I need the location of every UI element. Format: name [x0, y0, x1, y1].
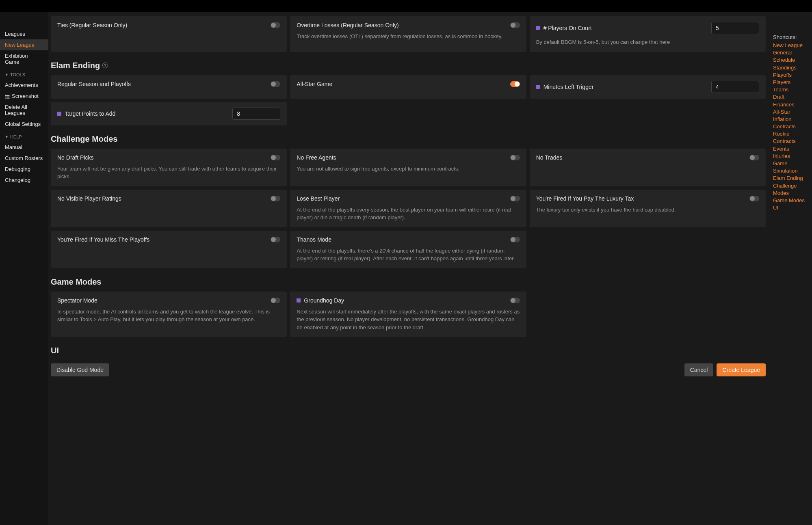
shortcut-link[interactable]: Players — [773, 79, 812, 86]
card-no-ratings: No Visible Player Ratings — [51, 190, 287, 227]
lose-best-toggle[interactable] — [510, 196, 520, 201]
players-on-court-input[interactable] — [711, 22, 759, 34]
shortcut-link[interactable]: Teams — [773, 86, 812, 93]
sidebar-item-new-league[interactable]: New League — [0, 39, 48, 50]
fired-lux-desc: The luxury tax only exists if you have t… — [536, 206, 759, 214]
target-points-label: Target Points to Add — [57, 110, 115, 117]
shortcuts-header: Shortcuts: — [773, 34, 812, 40]
ties-toggle[interactable] — [271, 22, 280, 28]
thanos-toggle[interactable] — [510, 237, 520, 242]
card-ties: Ties (Regular Season Only) — [51, 16, 287, 52]
shortcut-link[interactable]: Finances — [773, 101, 812, 108]
elam-regular-toggle[interactable] — [271, 81, 280, 87]
shortcut-link[interactable]: Events — [773, 145, 812, 153]
no-trades-toggle[interactable] — [749, 155, 759, 160]
shortcut-link[interactable]: Inflation — [773, 116, 812, 123]
create-league-button[interactable]: Create League — [717, 363, 766, 376]
groundhog-label: Groundhog Day — [297, 297, 344, 304]
shortcut-link[interactable]: Game Simulation — [773, 160, 812, 175]
spectator-toggle[interactable] — [271, 298, 280, 303]
otl-toggle[interactable] — [510, 22, 520, 28]
shortcut-link[interactable]: General — [773, 49, 812, 56]
players-on-court-desc: By default BBGM is 5-on-5, but you can c… — [536, 38, 759, 46]
thanos-desc: At the end of the playoffs, there's a 20… — [297, 247, 520, 263]
shortcut-link[interactable]: New League — [773, 42, 812, 49]
ties-label: Ties (Regular Season Only) — [57, 22, 127, 28]
fired-playoffs-label: You're Fired If You Miss The Playoffs — [57, 236, 149, 243]
triangle-icon: ▼ — [5, 73, 9, 77]
shortcut-link[interactable]: Game Modes — [773, 197, 812, 204]
no-draft-label: No Draft Picks — [57, 154, 93, 161]
card-players-on-court: # Players On Court By default BBGM is 5-… — [530, 16, 766, 52]
no-fa-toggle[interactable] — [510, 155, 520, 160]
elam-allstar-toggle[interactable] — [510, 81, 520, 87]
sidebar-item-delete-all[interactable]: Delete All Leagues — [0, 102, 48, 119]
card-no-draft: No Draft Picks Your team will not be giv… — [51, 149, 287, 186]
lose-best-desc: At the end of the playoffs every season,… — [297, 206, 520, 222]
sidebar-item-exhibition[interactable]: Exhibition Game — [0, 50, 48, 67]
card-groundhog: Groundhog Day Next season will start imm… — [290, 292, 526, 337]
no-fa-label: No Free Agents — [297, 154, 336, 161]
shortcut-link[interactable]: Draft — [773, 93, 812, 101]
cancel-button[interactable]: Cancel — [684, 363, 714, 376]
disable-god-mode-button[interactable]: Disable God Mode — [51, 363, 109, 376]
section-game-modes: Game Modes — [51, 277, 766, 287]
shortcut-link[interactable]: UI — [773, 204, 812, 212]
sidebar-item-debugging[interactable]: Debugging — [0, 164, 48, 175]
lose-best-label: Lose Best Player — [297, 195, 340, 202]
shortcut-link[interactable]: All-Star — [773, 108, 812, 116]
no-fa-desc: You are not allowed to sign free agents,… — [297, 165, 520, 173]
sidebar-section-tools[interactable]: ▼TOOLS — [0, 70, 48, 80]
card-no-trades: No Trades — [530, 149, 766, 186]
groundhog-desc: Next season will start immediately after… — [297, 308, 520, 332]
god-mode-indicator-icon — [297, 298, 301, 302]
shortcut-link[interactable]: Rookie Contracts — [773, 130, 812, 145]
shortcut-link[interactable]: Playoffs — [773, 71, 812, 79]
info-icon[interactable]: ? — [102, 63, 108, 68]
card-fired-lux: You're Fired If You Pay The Luxury Tax T… — [530, 190, 766, 227]
triangle-icon: ▼ — [5, 135, 9, 139]
shortcuts-panel: Shortcuts: New LeagueGeneralScheduleStan… — [771, 12, 812, 525]
god-mode-indicator-icon — [536, 85, 540, 89]
card-thanos: Thanos Mode At the end of the playoffs, … — [290, 231, 526, 268]
god-mode-indicator-icon — [536, 26, 540, 30]
target-points-input[interactable] — [232, 108, 280, 120]
god-mode-indicator-icon — [57, 112, 61, 116]
shortcut-link[interactable]: Challenge Modes — [773, 182, 812, 197]
sidebar-item-global-settings[interactable]: Global Settings — [0, 119, 48, 130]
shortcut-link[interactable]: Elam Ending — [773, 175, 812, 182]
sidebar-item-leagues[interactable]: Leagues — [0, 28, 48, 39]
spectator-label: Spectator Mode — [57, 297, 97, 304]
no-ratings-toggle[interactable] — [271, 196, 280, 201]
elam-allstar-label: All-Star Game — [297, 81, 332, 87]
shortcut-link[interactable]: Standings — [773, 64, 812, 71]
minutes-trigger-label: Minutes Left Trigger — [536, 84, 594, 90]
shortcut-link[interactable]: Injuries — [773, 153, 812, 160]
minutes-trigger-input[interactable] — [711, 81, 759, 93]
otl-label: Overtime Losses (Regular Season Only) — [297, 22, 398, 28]
shortcut-link[interactable]: Schedule — [773, 56, 812, 64]
card-target-points: Target Points to Add — [51, 102, 287, 125]
fired-playoffs-toggle[interactable] — [271, 237, 280, 242]
sidebar-item-changelog[interactable]: Changelog — [0, 175, 48, 186]
players-on-court-label: # Players On Court — [536, 25, 592, 31]
no-draft-desc: Your team will not be given any draft pi… — [57, 165, 280, 181]
section-elam-ending: Elam Ending ? — [51, 61, 766, 70]
fired-lux-toggle[interactable] — [749, 196, 759, 201]
sidebar-item-screenshot[interactable]: Screenshot — [0, 91, 48, 102]
sidebar-item-achievements[interactable]: Achievements — [0, 80, 48, 91]
sidebar-item-custom-rosters[interactable]: Custom Rosters — [0, 153, 48, 164]
no-draft-toggle[interactable] — [271, 155, 280, 160]
elam-regular-label: Regular Season and Playoffs — [57, 81, 131, 87]
section-ui: UI — [51, 346, 766, 355]
spectator-desc: In spectator mode, the AI controls all t… — [57, 308, 280, 324]
shortcut-link[interactable]: Contracts — [773, 123, 812, 130]
sidebar-section-help[interactable]: ▼HELP — [0, 132, 48, 142]
card-fired-playoffs: You're Fired If You Miss The Playoffs — [51, 231, 287, 268]
card-minutes-trigger: Minutes Left Trigger — [530, 75, 766, 99]
no-ratings-label: No Visible Player Ratings — [57, 195, 121, 202]
no-trades-label: No Trades — [536, 154, 563, 161]
sidebar-item-manual[interactable]: Manual — [0, 142, 48, 153]
groundhog-toggle[interactable] — [510, 298, 520, 303]
otl-desc: Track overtime losses (OTL) separately f… — [297, 32, 520, 41]
